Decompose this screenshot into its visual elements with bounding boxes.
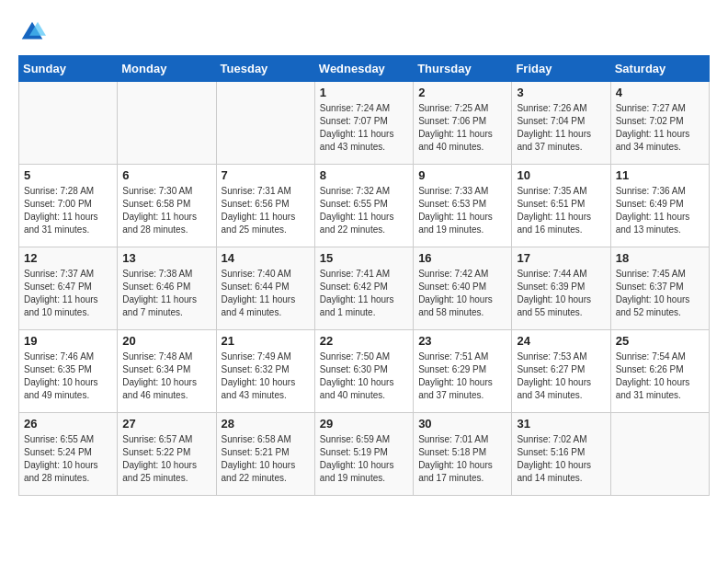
day-number: 22 [320, 334, 408, 348]
day-number: 26 [24, 417, 112, 431]
day-number: 1 [320, 86, 408, 99]
calendar-cell: 5Sunrise: 7:28 AM Sunset: 7:00 PM Daylig… [19, 165, 118, 247]
calendar-cell: 1Sunrise: 7:24 AM Sunset: 7:07 PM Daylig… [314, 82, 413, 165]
week-row-5: 26Sunrise: 6:55 AM Sunset: 5:24 PM Dayli… [19, 413, 710, 496]
calendar-cell: 6Sunrise: 7:30 AM Sunset: 6:58 PM Daylig… [118, 165, 216, 247]
day-number: 16 [418, 251, 506, 265]
day-info: Sunrise: 6:57 AM Sunset: 5:22 PM Dayligh… [122, 433, 210, 485]
day-number: 9 [418, 168, 506, 182]
day-number: 12 [24, 251, 112, 265]
calendar-cell: 8Sunrise: 7:32 AM Sunset: 6:55 PM Daylig… [314, 165, 413, 247]
day-number: 17 [517, 251, 605, 265]
day-info: Sunrise: 7:31 AM Sunset: 6:56 PM Dayligh… [222, 185, 310, 236]
calendar-cell [610, 413, 709, 496]
day-number: 14 [222, 251, 310, 265]
calendar-cell [118, 82, 216, 165]
day-info: Sunrise: 7:25 AM Sunset: 7:06 PM Dayligh… [418, 102, 506, 154]
logo-icon [18, 18, 46, 46]
calendar-table: SundayMondayTuesdayWednesdayThursdayFrid… [18, 55, 710, 496]
day-number: 8 [320, 168, 408, 182]
day-info: Sunrise: 7:28 AM Sunset: 7:00 PM Dayligh… [24, 185, 112, 236]
day-number: 31 [517, 417, 605, 431]
day-number: 13 [122, 251, 210, 265]
calendar-cell: 3Sunrise: 7:26 AM Sunset: 7:04 PM Daylig… [512, 82, 610, 165]
calendar-cell: 12Sunrise: 7:37 AM Sunset: 6:47 PM Dayli… [19, 247, 118, 330]
day-info: Sunrise: 7:26 AM Sunset: 7:04 PM Dayligh… [517, 102, 605, 154]
day-info: Sunrise: 7:40 AM Sunset: 6:44 PM Dayligh… [222, 268, 310, 319]
day-number: 23 [418, 334, 506, 348]
day-header-thursday: Thursday [414, 56, 512, 82]
calendar-cell: 24Sunrise: 7:53 AM Sunset: 6:27 PM Dayli… [512, 330, 610, 413]
day-header-saturday: Saturday [610, 56, 709, 82]
day-info: Sunrise: 7:48 AM Sunset: 6:34 PM Dayligh… [122, 350, 210, 402]
calendar-cell: 25Sunrise: 7:54 AM Sunset: 6:26 PM Dayli… [610, 330, 709, 413]
day-info: Sunrise: 7:24 AM Sunset: 7:07 PM Dayligh… [320, 102, 408, 154]
calendar-cell: 18Sunrise: 7:45 AM Sunset: 6:37 PM Dayli… [610, 247, 709, 330]
day-number: 19 [24, 334, 112, 348]
day-info: Sunrise: 6:59 AM Sunset: 5:19 PM Dayligh… [320, 433, 408, 485]
day-header-tuesday: Tuesday [216, 56, 314, 82]
calendar-cell: 7Sunrise: 7:31 AM Sunset: 6:56 PM Daylig… [216, 165, 314, 247]
calendar-cell: 26Sunrise: 6:55 AM Sunset: 5:24 PM Dayli… [19, 413, 118, 496]
calendar-cell: 13Sunrise: 7:38 AM Sunset: 6:46 PM Dayli… [118, 247, 216, 330]
day-info: Sunrise: 7:42 AM Sunset: 6:40 PM Dayligh… [418, 268, 506, 319]
calendar-cell: 14Sunrise: 7:40 AM Sunset: 6:44 PM Dayli… [216, 247, 314, 330]
day-info: Sunrise: 7:46 AM Sunset: 6:35 PM Dayligh… [24, 350, 112, 402]
day-info: Sunrise: 7:38 AM Sunset: 6:46 PM Dayligh… [122, 268, 210, 319]
week-row-1: 1Sunrise: 7:24 AM Sunset: 7:07 PM Daylig… [19, 82, 710, 165]
day-number: 11 [616, 168, 704, 182]
day-number: 24 [517, 334, 605, 348]
day-number: 20 [122, 334, 210, 348]
day-number: 5 [24, 168, 112, 182]
day-info: Sunrise: 7:32 AM Sunset: 6:55 PM Dayligh… [320, 185, 408, 236]
calendar-cell: 16Sunrise: 7:42 AM Sunset: 6:40 PM Dayli… [414, 247, 512, 330]
day-number: 18 [616, 251, 704, 265]
logo [18, 18, 50, 46]
week-row-3: 12Sunrise: 7:37 AM Sunset: 6:47 PM Dayli… [19, 247, 710, 330]
day-info: Sunrise: 7:54 AM Sunset: 6:26 PM Dayligh… [616, 350, 704, 402]
calendar-cell: 21Sunrise: 7:49 AM Sunset: 6:32 PM Dayli… [216, 330, 314, 413]
day-number: 2 [418, 86, 506, 99]
day-info: Sunrise: 7:33 AM Sunset: 6:53 PM Dayligh… [418, 185, 506, 236]
day-info: Sunrise: 7:49 AM Sunset: 6:32 PM Dayligh… [222, 350, 310, 402]
day-info: Sunrise: 7:02 AM Sunset: 5:16 PM Dayligh… [517, 433, 605, 485]
calendar-cell: 23Sunrise: 7:51 AM Sunset: 6:29 PM Dayli… [414, 330, 512, 413]
day-info: Sunrise: 7:45 AM Sunset: 6:37 PM Dayligh… [616, 268, 704, 319]
day-header-friday: Friday [512, 56, 610, 82]
calendar-cell [216, 82, 314, 165]
day-number: 25 [616, 334, 704, 348]
day-number: 30 [418, 417, 506, 431]
calendar-cell: 31Sunrise: 7:02 AM Sunset: 5:16 PM Dayli… [512, 413, 610, 496]
week-row-4: 19Sunrise: 7:46 AM Sunset: 6:35 PM Dayli… [19, 330, 710, 413]
calendar-cell: 27Sunrise: 6:57 AM Sunset: 5:22 PM Dayli… [118, 413, 216, 496]
calendar-cell: 28Sunrise: 6:58 AM Sunset: 5:21 PM Dayli… [216, 413, 314, 496]
day-number: 27 [122, 417, 210, 431]
day-info: Sunrise: 7:41 AM Sunset: 6:42 PM Dayligh… [320, 268, 408, 319]
calendar-cell: 19Sunrise: 7:46 AM Sunset: 6:35 PM Dayli… [19, 330, 118, 413]
calendar-cell: 17Sunrise: 7:44 AM Sunset: 6:39 PM Dayli… [512, 247, 610, 330]
calendar-cell: 29Sunrise: 6:59 AM Sunset: 5:19 PM Dayli… [314, 413, 413, 496]
day-info: Sunrise: 6:55 AM Sunset: 5:24 PM Dayligh… [24, 433, 112, 485]
day-info: Sunrise: 7:37 AM Sunset: 6:47 PM Dayligh… [24, 268, 112, 319]
calendar-cell [19, 82, 118, 165]
day-number: 21 [222, 334, 310, 348]
calendar-cell: 11Sunrise: 7:36 AM Sunset: 6:49 PM Dayli… [610, 165, 709, 247]
day-header-wednesday: Wednesday [314, 56, 413, 82]
day-number: 4 [616, 86, 704, 99]
page-header [18, 18, 710, 46]
day-info: Sunrise: 7:35 AM Sunset: 6:51 PM Dayligh… [517, 185, 605, 236]
calendar-cell: 30Sunrise: 7:01 AM Sunset: 5:18 PM Dayli… [414, 413, 512, 496]
day-info: Sunrise: 7:50 AM Sunset: 6:30 PM Dayligh… [320, 350, 408, 402]
calendar-cell: 20Sunrise: 7:48 AM Sunset: 6:34 PM Dayli… [118, 330, 216, 413]
day-info: Sunrise: 7:01 AM Sunset: 5:18 PM Dayligh… [418, 433, 506, 485]
calendar-cell: 10Sunrise: 7:35 AM Sunset: 6:51 PM Dayli… [512, 165, 610, 247]
day-info: Sunrise: 7:27 AM Sunset: 7:02 PM Dayligh… [616, 102, 704, 154]
calendar-cell: 2Sunrise: 7:25 AM Sunset: 7:06 PM Daylig… [414, 82, 512, 165]
day-info: Sunrise: 7:53 AM Sunset: 6:27 PM Dayligh… [517, 350, 605, 402]
day-number: 15 [320, 251, 408, 265]
day-number: 3 [517, 86, 605, 99]
day-number: 28 [222, 417, 310, 431]
days-header-row: SundayMondayTuesdayWednesdayThursdayFrid… [19, 56, 710, 82]
day-info: Sunrise: 7:51 AM Sunset: 6:29 PM Dayligh… [418, 350, 506, 402]
day-header-monday: Monday [118, 56, 216, 82]
